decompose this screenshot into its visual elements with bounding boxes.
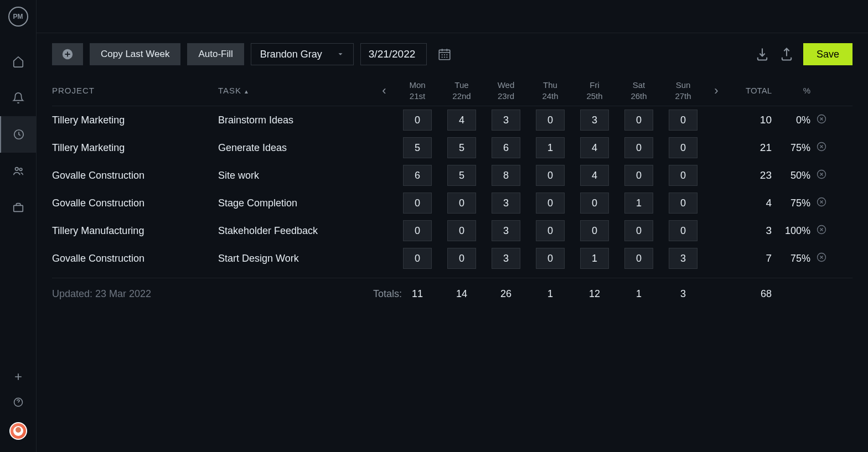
hour-input[interactable] <box>624 110 653 131</box>
hour-input[interactable] <box>447 165 476 186</box>
hour-input[interactable] <box>403 110 432 131</box>
next-week-button[interactable]: › <box>705 84 727 98</box>
hour-input[interactable] <box>492 137 520 158</box>
col-project[interactable]: PROJECT <box>52 86 218 95</box>
hour-input[interactable] <box>403 137 432 158</box>
avatar[interactable] <box>9 422 27 440</box>
delete-row-button[interactable] <box>810 141 833 155</box>
hour-input[interactable] <box>624 137 653 158</box>
hour-input[interactable] <box>580 137 609 158</box>
hour-input[interactable] <box>447 110 476 131</box>
row-pct: 100% <box>772 225 810 237</box>
nav-team[interactable] <box>0 153 37 189</box>
hour-input[interactable] <box>403 248 432 269</box>
hour-input[interactable] <box>624 220 653 241</box>
delete-row-button[interactable] <box>810 113 833 127</box>
hour-input[interactable] <box>669 193 698 214</box>
nav-notifications[interactable] <box>0 80 37 116</box>
close-circle-icon <box>816 169 827 180</box>
toolbar-right: Save <box>755 43 852 65</box>
hour-input[interactable] <box>536 165 565 186</box>
col-task[interactable]: TASK▲ <box>218 86 373 95</box>
delete-row-button[interactable] <box>810 169 833 183</box>
hour-input[interactable] <box>580 110 609 131</box>
total-sun: 3 <box>661 288 705 300</box>
export-button[interactable] <box>779 46 794 62</box>
hour-input[interactable] <box>447 248 476 269</box>
table-row: Tillery Marketing Generate Ideas 21 75% <box>52 134 852 162</box>
hour-input[interactable] <box>492 248 520 269</box>
hour-input[interactable] <box>403 165 432 186</box>
close-circle-icon <box>816 196 827 207</box>
hour-input[interactable] <box>447 220 476 241</box>
col-task-label: TASK <box>218 86 241 95</box>
upload-icon <box>779 46 794 62</box>
hour-input[interactable] <box>492 193 520 214</box>
row-total: 4 <box>727 197 772 209</box>
main: Copy Last Week Auto-Fill Brandon Gray 3/… <box>37 0 868 452</box>
date-input[interactable]: 3/21/2022 <box>360 43 427 65</box>
add-row-button[interactable] <box>52 43 83 65</box>
user-select[interactable]: Brandon Gray <box>251 43 354 65</box>
table-row: Tillery Manufacturing Stakeholder Feedba… <box>52 217 852 245</box>
hour-input[interactable] <box>536 137 565 158</box>
col-total: TOTAL <box>727 86 772 95</box>
hour-input[interactable] <box>492 165 520 186</box>
day-sun: Sun27th <box>661 80 705 101</box>
hour-input[interactable] <box>536 220 565 241</box>
hour-input[interactable] <box>669 220 698 241</box>
user-select-value: Brandon Gray <box>260 49 322 60</box>
row-pct: 75% <box>772 253 810 264</box>
calendar-button[interactable] <box>433 43 456 65</box>
topbar-space <box>37 0 868 33</box>
hour-input[interactable] <box>403 193 432 214</box>
day-sat: Sat26th <box>617 80 661 101</box>
hour-input[interactable] <box>580 193 609 214</box>
hour-input[interactable] <box>447 193 476 214</box>
autofill-button[interactable]: Auto-Fill <box>187 43 244 65</box>
hour-input[interactable] <box>492 110 520 131</box>
nav-portfolio[interactable] <box>0 189 37 226</box>
hour-input[interactable] <box>536 248 565 269</box>
save-button[interactable]: Save <box>803 43 852 65</box>
table-row: Govalle Construction Start Design Work 7… <box>52 245 852 272</box>
hour-input[interactable] <box>492 220 520 241</box>
hour-input[interactable] <box>536 110 565 131</box>
hour-input[interactable] <box>580 220 609 241</box>
hour-input[interactable] <box>669 248 698 269</box>
nav-help[interactable] <box>13 397 24 410</box>
hour-input[interactable] <box>447 137 476 158</box>
row-pct: 75% <box>772 198 810 209</box>
prev-week-button[interactable]: ‹ <box>373 84 395 98</box>
hour-input[interactable] <box>669 110 698 131</box>
nav-timesheet[interactable] <box>0 116 37 153</box>
delete-row-button[interactable] <box>810 224 833 238</box>
delete-row-button[interactable] <box>810 252 833 266</box>
hour-input[interactable] <box>669 137 698 158</box>
calendar-icon <box>437 47 452 61</box>
hour-input[interactable] <box>536 193 565 214</box>
hour-input[interactable] <box>403 220 432 241</box>
project-cell: Tillery Marketing <box>52 142 218 154</box>
import-button[interactable] <box>755 46 770 62</box>
hour-input[interactable] <box>624 165 653 186</box>
hour-input[interactable] <box>669 165 698 186</box>
totals-label: Totals: <box>373 288 395 300</box>
hour-input[interactable] <box>624 193 653 214</box>
day-fri: Fri25th <box>572 80 617 101</box>
total-wed: 26 <box>484 288 528 300</box>
row-total: 21 <box>727 142 772 154</box>
nav-home[interactable] <box>0 43 37 80</box>
hour-input[interactable] <box>624 248 653 269</box>
hour-input[interactable] <box>580 248 609 269</box>
day-mon: Mon21st <box>395 80 440 101</box>
row-total: 3 <box>727 225 772 237</box>
table-row: Govalle Construction Stage Completion 4 … <box>52 189 852 217</box>
day-tue: Tue22nd <box>440 80 484 101</box>
total-tue: 14 <box>440 288 484 300</box>
nav-add[interactable] <box>13 371 24 385</box>
hour-input[interactable] <box>580 165 609 186</box>
copy-last-week-button[interactable]: Copy Last Week <box>90 43 180 65</box>
close-circle-icon <box>816 141 827 152</box>
delete-row-button[interactable] <box>810 196 833 210</box>
